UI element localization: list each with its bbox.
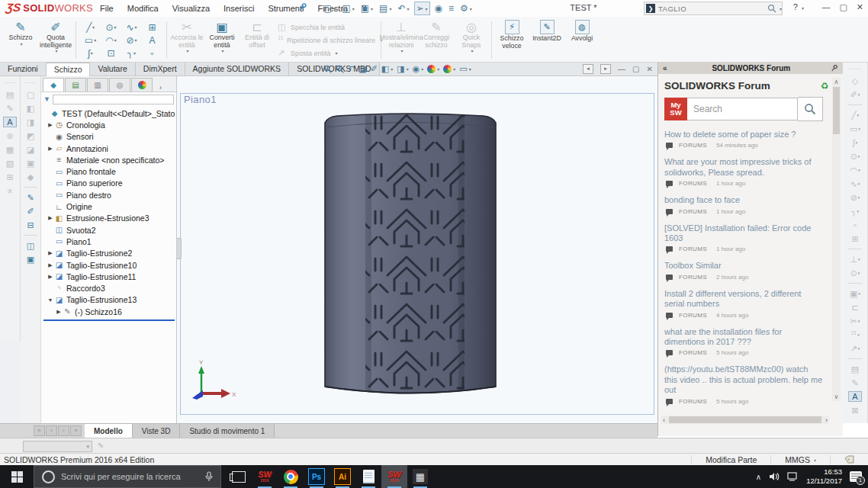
dropdown-caret-icon[interactable]: ▾ bbox=[453, 66, 455, 72]
zoom-area-icon[interactable] bbox=[336, 65, 344, 73]
scrollbar-down-icon[interactable]: ∨ bbox=[832, 393, 841, 400]
splitter-grip[interactable] bbox=[177, 238, 182, 259]
task-view-button[interactable] bbox=[226, 465, 252, 488]
chrome-app[interactable] bbox=[278, 465, 304, 488]
tab-nav-button-2[interactable]: › bbox=[58, 425, 69, 436]
rapid-sketch-button[interactable]: ⚡Schizzo veloce bbox=[494, 18, 529, 62]
apply-scene-icon[interactable]: ▾ bbox=[443, 65, 455, 73]
forum-post-title[interactable]: Install 2 different versions, 2 differen… bbox=[664, 289, 823, 310]
options-gear-button[interactable]: ⚙▾ bbox=[458, 2, 474, 14]
dropdown-caret-icon[interactable]: ▾ bbox=[135, 24, 137, 30]
dropdown-caret-icon[interactable]: ▾ bbox=[186, 49, 188, 54]
restore-button[interactable]: ▢ bbox=[839, 2, 847, 12]
tab-nav-button-3[interactable]: » bbox=[70, 425, 82, 436]
tree-item[interactable]: ∟Origine bbox=[42, 201, 176, 212]
tree-expand-icon[interactable]: ▶ bbox=[47, 250, 54, 256]
freeform-icon[interactable]: ʃ▾ bbox=[848, 137, 862, 148]
move-entities-button[interactable]: ↗Sposta entità▾ bbox=[278, 48, 375, 58]
scrollbar-up-icon[interactable]: ∧ bbox=[832, 79, 841, 85]
surface-finish-icon[interactable]: ▦ bbox=[3, 144, 17, 155]
dropdown-caret-icon[interactable]: ▾ bbox=[352, 6, 355, 11]
filter-funnel-icon[interactable]: ▼ bbox=[43, 95, 50, 103]
pane-right-icon[interactable]: ▸ bbox=[600, 64, 611, 74]
edit-text-icon[interactable]: ✎ bbox=[848, 377, 862, 388]
rectangle-tool-button[interactable]: ▭▾ bbox=[80, 34, 101, 46]
tree-item[interactable]: ▼◪Taglio-Estrusione13 bbox=[42, 294, 176, 306]
ellipse-tool-button[interactable]: ⊘▾ bbox=[121, 34, 142, 46]
close-button[interactable]: ✕ bbox=[857, 2, 863, 12]
edit-appearance-icon[interactable]: ▾ bbox=[427, 65, 439, 73]
slot-tool-button[interactable]: ⊡ bbox=[101, 47, 121, 59]
zoom-fit-icon[interactable] bbox=[323, 65, 332, 73]
freeform-tool-button[interactable]: ʃ▾ bbox=[80, 47, 101, 59]
view-cube-4-icon[interactable]: ◩ bbox=[24, 130, 37, 141]
forum-post-title[interactable]: what are the installation files for dime… bbox=[664, 327, 823, 348]
dropdown-caret-icon[interactable]: ▾ bbox=[407, 66, 409, 72]
tree-item[interactable]: ◉Sensori bbox=[42, 131, 176, 143]
menu-modifica[interactable]: Modifica bbox=[121, 4, 166, 13]
tray-chevron-icon[interactable]: ∧ bbox=[756, 473, 761, 481]
dropdown-caret-icon[interactable]: ▾ bbox=[437, 66, 439, 72]
help-button[interactable]: ? ▾ bbox=[793, 2, 804, 11]
view-cube-1-icon[interactable]: ▢ bbox=[24, 89, 37, 100]
weld-symbol-icon[interactable]: ▧ bbox=[3, 158, 17, 169]
units-selector[interactable]: MMGS▴ bbox=[770, 455, 830, 464]
forum-post[interactable]: bonding face to faceFORUMS1 hour ago bbox=[664, 195, 823, 214]
arc-icon[interactable]: ◠▾ bbox=[848, 165, 862, 175]
part-view-icon[interactable]: ▣ bbox=[24, 254, 37, 265]
network-icon[interactable] bbox=[787, 472, 799, 481]
propertymanager-tab[interactable]: ▤ bbox=[65, 78, 86, 92]
snap-icon[interactable]: ⊙▾ bbox=[848, 268, 862, 278]
dimxpertmanager-tab[interactable]: ◎ bbox=[109, 78, 130, 92]
dropdown-caret-icon[interactable]: ▾ bbox=[426, 6, 428, 11]
rectangle-icon[interactable]: ▭▾ bbox=[848, 124, 862, 134]
tree-expand-icon[interactable]: ▶ bbox=[47, 146, 54, 152]
search-caret-icon[interactable]: ▾ bbox=[780, 6, 782, 11]
forum-post-title[interactable]: What are your most impressive tricks of … bbox=[664, 157, 823, 178]
dropdown-caret-icon[interactable]: ▾ bbox=[20, 42, 22, 47]
illustrator-app[interactable]: Ai bbox=[330, 465, 355, 488]
dropdown-caret-icon[interactable]: ▾ bbox=[91, 50, 93, 56]
text-annotation-icon[interactable]: A bbox=[3, 117, 17, 127]
view-orientation-icon[interactable]: ◧▾ bbox=[381, 64, 393, 74]
display-style-icon[interactable]: ◨▾ bbox=[397, 64, 408, 74]
photoshop-app[interactable]: Ps bbox=[304, 465, 330, 488]
forum-post[interactable]: what are the installation files for dime… bbox=[664, 327, 823, 357]
new-document-button[interactable]: ▢▾ bbox=[322, 2, 337, 14]
view-cube-3-icon[interactable]: ◨ bbox=[24, 117, 37, 127]
note-icon[interactable]: ▤ bbox=[3, 89, 17, 100]
pin-menu-icon[interactable] bbox=[299, 2, 307, 11]
tree-item[interactable]: ≡Materiale <non specificato> bbox=[42, 154, 176, 165]
featuremanager-tree-tab[interactable]: ◆ bbox=[43, 78, 64, 92]
motion-study-select[interactable]: ▾ bbox=[23, 441, 92, 452]
calculator-app[interactable]: ▦ bbox=[407, 465, 433, 488]
annotation-view-icon[interactable]: ✐ bbox=[371, 64, 378, 74]
convert-entities-button[interactable]: ▣Converti entità▾ bbox=[204, 18, 240, 62]
pattern-icon[interactable]: ⠛▾ bbox=[848, 329, 862, 340]
dropdown-caret-icon[interactable]: ▾ bbox=[114, 37, 117, 43]
sketch-button[interactable]: ✎Schizzo▾ bbox=[3, 18, 38, 62]
command-search-box[interactable]: ❯ TAGLIO ▾ bbox=[644, 2, 783, 15]
notepad-app[interactable] bbox=[355, 465, 381, 488]
volume-icon[interactable] bbox=[769, 472, 780, 481]
sketch-edit-icon[interactable]: ✐ bbox=[24, 206, 37, 217]
dimension-icon[interactable]: ✐▾ bbox=[848, 89, 862, 100]
properties-button[interactable]: ≡ bbox=[447, 2, 455, 14]
view-cube-2-icon[interactable]: ◧ bbox=[24, 103, 37, 114]
graphics-viewport[interactable]: Piano1 bbox=[177, 76, 657, 423]
forum-post-title[interactable]: (https://youtu.be/tST88MMzc00) watch thi… bbox=[664, 364, 823, 395]
start-button[interactable] bbox=[0, 465, 34, 488]
sketch-fillet-tool-button[interactable]: ╮▾ bbox=[121, 47, 142, 59]
tree-item[interactable]: ◫Svuota2 bbox=[42, 224, 176, 236]
dropdown-caret-icon[interactable]: ▾ bbox=[92, 24, 95, 30]
sketch-mode-icon[interactable]: ✎ bbox=[24, 192, 37, 203]
text-a-icon[interactable]: A bbox=[848, 391, 862, 402]
tab-aggiunte-solidworks[interactable]: Aggiunte SOLIDWORKS bbox=[185, 63, 290, 75]
tree-item[interactable]: ▶◧Estrusione-Estrusione3 bbox=[42, 213, 176, 224]
undo-button[interactable]: ↶▾ bbox=[396, 2, 410, 14]
forum-post[interactable]: [SOLVED] Installation failed: Error code… bbox=[664, 223, 823, 253]
pane-collapse-icon[interactable]: « bbox=[663, 64, 667, 72]
dropdown-caret-icon[interactable]: ▾ bbox=[391, 66, 393, 72]
tab-funzioni[interactable]: Funzioni bbox=[0, 63, 47, 75]
section-view-icon[interactable]: ◪ bbox=[358, 64, 366, 74]
